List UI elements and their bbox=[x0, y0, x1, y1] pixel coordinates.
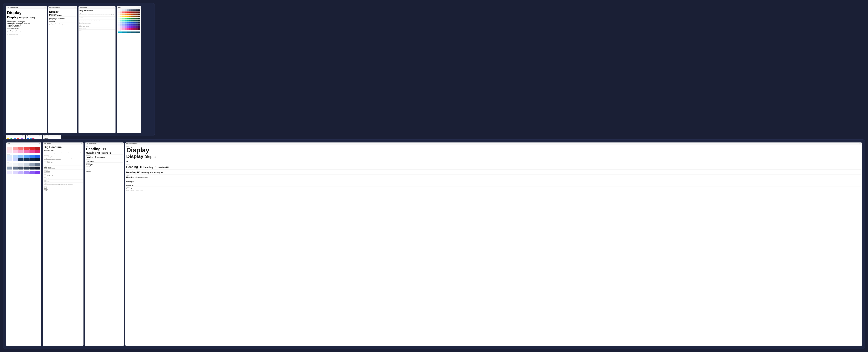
color-strip-blue bbox=[118, 22, 140, 24]
frame-body: Primary bbox=[6, 145, 41, 346]
frame-header: Colors 1/6 bbox=[6, 143, 41, 145]
left-board: Font - Headers (Desktop) 2/6 Display Dis… bbox=[3, 3, 155, 136]
frame-tag: 4/6 bbox=[58, 136, 60, 136]
frame-font-headers-desktop[interactable]: Font - Headers (Desktop) 2/6 Display Dis… bbox=[6, 6, 47, 133]
frame-header: Colors 1/6 bbox=[117, 6, 141, 8]
frame-title: Colors bbox=[118, 7, 121, 8]
frame-body: Display Heading H1 Heading H1 Heading H1… bbox=[85, 145, 124, 346]
color-strip-neutral bbox=[118, 9, 140, 11]
top-row: Font - Headers (Desktop) 2/6 Display Dis… bbox=[3, 3, 865, 136]
frame-title: Icons bbox=[7, 135, 10, 136]
frame-title: Font - Paragraph bbox=[44, 143, 51, 144]
frame-font-headers-mobile[interactable]: Font - Headers (Mobile) 2/6 Display Disp… bbox=[48, 6, 77, 133]
frame-header: Font - Paragraph 3/6 bbox=[43, 143, 84, 145]
frame-font-paragraph[interactable]: Font - Paragraph 3/6 Big Headline Big Bo… bbox=[79, 6, 116, 133]
rp-frame-font-desktop[interactable]: Font - Headers (Desktop) 2/6 Display Dis… bbox=[125, 143, 862, 346]
frame-body: Big Headline Big Body Lorem ipsum dolor … bbox=[79, 8, 116, 133]
frame-header: Font - Headers (Mobile) 2/6 bbox=[85, 143, 124, 145]
frame-tag: 2/6 bbox=[121, 143, 123, 144]
color-strip-yellow bbox=[118, 16, 140, 18]
color-row-red bbox=[7, 147, 40, 150]
color-strip-red bbox=[118, 11, 140, 13]
frame-title: Font - Headers (Mobile) bbox=[86, 143, 96, 144]
color-row-gray-dark bbox=[7, 167, 40, 170]
frame-tag: 2/6 bbox=[74, 7, 76, 8]
frame-body: Big Headline Big Body Text Lorem ipsum d… bbox=[43, 145, 84, 346]
color-strip-pink bbox=[118, 28, 140, 30]
right-board: Colors 1/6 Primary bbox=[3, 139, 865, 349]
frame-header: Icons 5/6 bbox=[6, 135, 25, 137]
color-row-gray-light bbox=[7, 163, 40, 166]
frame-tag: 5/6 bbox=[22, 136, 24, 136]
color-row-navy bbox=[7, 158, 40, 161]
frame-tag: 6/6 bbox=[39, 136, 41, 136]
frame-title: Social Icons bbox=[27, 135, 33, 136]
rp-frame-font-paragraph[interactable]: Font - Paragraph 3/6 Big Headline Big Bo… bbox=[43, 143, 84, 346]
frame-body: Display Display Display Displa y Heading… bbox=[125, 145, 862, 346]
frame-header: Social Icons 6/6 bbox=[26, 135, 42, 137]
color-row-blue bbox=[7, 155, 40, 158]
bottom-row: Colors 1/6 Primary bbox=[3, 139, 865, 349]
frame-title: Grid Font bbox=[44, 135, 49, 136]
frame-title: Font - Headers (Mobile) bbox=[50, 7, 60, 8]
color-row-pink bbox=[7, 150, 40, 153]
frame-title: Font - Headers (Desktop) bbox=[7, 7, 18, 8]
frame-tag: 2/6 bbox=[44, 7, 46, 8]
color-strip-purple bbox=[118, 26, 140, 28]
frame-title: Font - Paragraph bbox=[80, 7, 87, 8]
color-strip-brand bbox=[118, 31, 140, 33]
color-strip-teal bbox=[118, 20, 140, 22]
frame-title: Colors bbox=[7, 143, 10, 144]
frame-body: Display Display Display Display Display … bbox=[6, 8, 47, 133]
color-strip-indigo bbox=[118, 24, 140, 26]
rp-frame-colors[interactable]: Colors 1/6 Primary bbox=[6, 143, 41, 346]
rp-frame-font-mobile[interactable]: Font - Headers (Mobile) 2/6 Display Head… bbox=[85, 143, 124, 346]
frame-tag: 1/6 bbox=[138, 7, 140, 8]
frame-body: Display Display Display Display Headings… bbox=[48, 8, 77, 133]
frame-tag: 3/6 bbox=[81, 143, 82, 144]
frame-header: Font - Headers (Desktop) 2/6 bbox=[6, 6, 47, 8]
frame-header: Grid Font 4/6 bbox=[43, 135, 61, 137]
frame-header: Font - Headers (Desktop) 2/6 bbox=[125, 143, 862, 145]
frame-header: Font - Headers (Mobile) 2/6 bbox=[48, 6, 77, 8]
page-wrapper: Font - Headers (Desktop) 2/6 Display Dis… bbox=[0, 0, 868, 352]
frame-body: Brand Colors bbox=[117, 8, 141, 133]
frame-colors[interactable]: Colors 1/6 bbox=[117, 6, 141, 133]
color-strip-green bbox=[118, 18, 140, 20]
frame-tag: 3/6 bbox=[113, 7, 115, 8]
frame-tag: 1/6 bbox=[38, 143, 40, 144]
frame-title: Font - Headers (Desktop) bbox=[126, 143, 137, 144]
color-row-purple bbox=[7, 171, 40, 174]
frame-tag: 2/6 bbox=[859, 143, 861, 144]
frame-header: Font - Paragraph 3/6 bbox=[79, 6, 116, 8]
color-strip-orange bbox=[118, 13, 140, 16]
